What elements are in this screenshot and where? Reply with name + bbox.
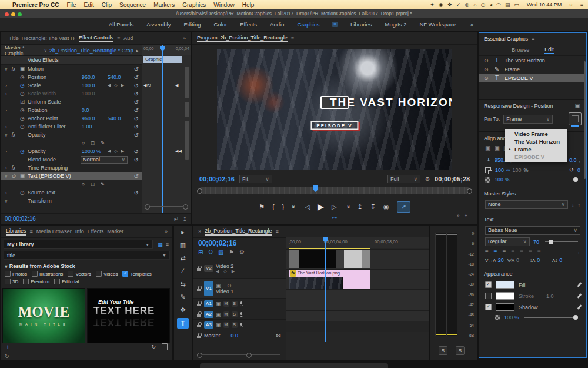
scale-x-value[interactable]: 100 bbox=[495, 167, 504, 173]
timeline-settings-icon[interactable]: ⚙ bbox=[239, 249, 245, 256]
status-icon[interactable]: ◎ bbox=[465, 2, 469, 8]
menu-help[interactable]: Help bbox=[242, 2, 255, 8]
effect-parameter-row[interactable]: ∨ fx Opacity ↺ bbox=[1, 131, 142, 139]
workspace-nf[interactable]: NF Workspace bbox=[419, 21, 456, 28]
edit-tab[interactable]: Edit bbox=[544, 47, 554, 54]
reset-icon[interactable]: ↺ bbox=[134, 107, 139, 114]
timeline-lanes[interactable]: ;00;00 00;00;04;00 00;00;08;00 fxThe Vas… bbox=[286, 237, 429, 360]
track-target-a3[interactable]: A3 bbox=[204, 321, 213, 329]
program-timecode[interactable]: 00;00;02;16 bbox=[199, 175, 235, 183]
mute-button[interactable]: M bbox=[223, 322, 229, 328]
mini-timeline-ruler[interactable]: 00;000;00;04 bbox=[142, 45, 191, 55]
solo-button[interactable]: S bbox=[232, 322, 238, 328]
status-icons[interactable]: ✦◉❖✓◎⌂◷◂◠▤▭ bbox=[426, 2, 519, 8]
menubar-clock[interactable]: Wed 10:44 PM bbox=[527, 2, 562, 8]
tool-button[interactable]: ⇆ bbox=[174, 277, 192, 290]
panel-menu-icon[interactable]: ≡ bbox=[276, 228, 279, 234]
pin-option-vast-horizon[interactable]: The Vast Horizon bbox=[505, 138, 567, 145]
tracking-value[interactable]: 20 bbox=[498, 257, 504, 263]
effect-parameter-row[interactable]: ☑ Uniform Scale ↺ bbox=[1, 98, 142, 106]
fx-badge-icon[interactable]: fx bbox=[10, 132, 17, 138]
mask-tools-icons[interactable]: ○ □ ✎ bbox=[82, 181, 107, 187]
fx-badge-icon[interactable]: fx bbox=[10, 165, 17, 171]
kerning-value[interactable]: 0 bbox=[516, 257, 519, 263]
workspace-effects[interactable]: Effects bbox=[240, 21, 257, 28]
parameter-value[interactable]: 100.0 % bbox=[82, 148, 106, 154]
status-icon[interactable]: ❖ bbox=[447, 2, 452, 8]
status-icon[interactable]: ▤ bbox=[505, 2, 510, 8]
track-target-v2[interactable]: V2 bbox=[204, 265, 213, 272]
workspace-audio[interactable]: Audio bbox=[270, 21, 284, 28]
spotlight-icon[interactable]: ○ bbox=[569, 2, 572, 8]
source-monitor-tab[interactable]: _Title_Rectangle: The Vast Horizon.png: … bbox=[6, 35, 75, 41]
workspace-graphics[interactable]: Graphics bbox=[297, 21, 319, 28]
app-menu[interactable]: Premiere Pro CC bbox=[12, 2, 59, 8]
scrollbar[interactable] bbox=[185, 67, 189, 98]
tool-button[interactable]: ⇄ bbox=[174, 251, 192, 264]
shadow-color-swatch[interactable] bbox=[496, 303, 514, 311]
twirl-icon[interactable]: › bbox=[4, 108, 9, 113]
pin-option-episode-v[interactable]: EPISODE V bbox=[505, 153, 567, 161]
blend-mode-select[interactable]: Normal bbox=[81, 156, 128, 164]
effects-tab[interactable]: Effects bbox=[88, 228, 103, 234]
stock-filter-checkbox[interactable]: Photos bbox=[5, 271, 27, 277]
source-patch-icon[interactable]: ▣ bbox=[216, 311, 221, 317]
checkbox-icon[interactable] bbox=[5, 271, 11, 277]
twirl-icon[interactable]: ∨ bbox=[4, 67, 9, 72]
scrollbar[interactable] bbox=[185, 121, 189, 160]
reset-icon[interactable]: ↺ bbox=[134, 74, 139, 81]
media-browser-tab[interactable]: Media Browser bbox=[36, 228, 72, 234]
visibility-eye-icon[interactable]: ⊙ bbox=[484, 67, 489, 72]
status-icon[interactable]: ◠ bbox=[496, 2, 501, 8]
twirl-icon[interactable]: ∨ bbox=[4, 198, 9, 204]
scale-y-value[interactable]: 100 bbox=[512, 167, 521, 173]
workspace-all-panels[interactable]: All Panels bbox=[109, 21, 133, 28]
voiceover-mic-icon[interactable] bbox=[240, 312, 243, 317]
master-gain-value[interactable]: 0.0 bbox=[231, 333, 239, 339]
stock-template-text-thumbnail[interactable]: Edit Your Title TEXT HERE TEXT HERE bbox=[87, 288, 170, 343]
panel-overflow-icons[interactable]: »+ bbox=[457, 213, 472, 218]
status-icon[interactable]: ⌂ bbox=[473, 2, 476, 8]
reset-icon[interactable]: ↺ bbox=[134, 132, 139, 138]
workspace-menu-icon[interactable]: ≡ bbox=[332, 22, 338, 27]
tool-button[interactable]: ∕ bbox=[174, 264, 192, 277]
audio-tab[interactable]: Aud bbox=[123, 35, 133, 41]
lock-icon[interactable] bbox=[197, 286, 202, 291]
tool-button[interactable]: ✥ bbox=[174, 303, 192, 316]
program-scrubber[interactable] bbox=[199, 187, 470, 194]
settings-wrench-icon[interactable]: ⚙ bbox=[425, 176, 430, 182]
stopwatch-icon[interactable]: ▣ bbox=[18, 66, 26, 72]
timeline-clip-v2[interactable] bbox=[289, 250, 370, 268]
reset-icon[interactable]: ↺ bbox=[134, 82, 139, 89]
workspace-mogrts[interactable]: Mogrts 2 bbox=[385, 21, 407, 28]
fx-badge-icon[interactable]: fx bbox=[10, 66, 17, 72]
stock-filter-checkbox[interactable]: Editorial bbox=[54, 279, 79, 284]
program-monitor-tab[interactable]: Program: 2b_Position_Title_Rectangle bbox=[197, 35, 288, 42]
tool-button[interactable]: ▥ bbox=[174, 238, 192, 251]
timeline-ruler[interactable]: ;00;00 00;00;04;00 00;00;08;00 bbox=[286, 237, 429, 248]
transport-button[interactable]: } bbox=[282, 203, 285, 210]
pan-icon[interactable]: ⋈ bbox=[276, 333, 281, 339]
rotation-value[interactable]: 0 bbox=[577, 167, 580, 173]
transport-button[interactable]: ↗ bbox=[397, 201, 410, 213]
effect-controls-tab[interactable]: Effect Controls bbox=[79, 35, 113, 42]
fx-badge-icon[interactable]: ⊙ bbox=[10, 173, 17, 179]
keyframe-nav-icons[interactable]: ◀ ◇ ▶ bbox=[108, 83, 125, 88]
mute-button[interactable]: M bbox=[223, 311, 229, 317]
font-family-select[interactable]: Bebas Neue bbox=[485, 226, 580, 235]
keyframe-icon[interactable]: ◀⦿ bbox=[143, 83, 151, 88]
stock-filter-checkbox[interactable]: Vectors bbox=[68, 271, 91, 277]
track-target-a1[interactable]: A1 bbox=[204, 300, 213, 307]
effect-parameter-row[interactable]: › ◷ Opacity 100.0 % ◀ ◇ ▶ ↺ bbox=[1, 147, 142, 155]
link-scale-icon[interactable]: ∞ bbox=[506, 167, 510, 173]
transport-button[interactable]: ↥ bbox=[358, 203, 363, 211]
justify-icon[interactable]: ≡ bbox=[512, 248, 515, 255]
lock-icon[interactable] bbox=[197, 333, 202, 338]
stopwatch-icon[interactable]: ◷ bbox=[18, 91, 26, 97]
shadow-opacity-value[interactable]: 100 % bbox=[504, 314, 519, 320]
playback-resolution-select[interactable]: Full bbox=[387, 175, 420, 183]
justify-icon[interactable]: ≡ bbox=[537, 248, 541, 255]
source-patch-icon[interactable]: ▣ bbox=[216, 322, 221, 328]
lock-icon[interactable] bbox=[197, 322, 202, 327]
stroke-width-value[interactable]: 1.0 bbox=[546, 293, 554, 299]
